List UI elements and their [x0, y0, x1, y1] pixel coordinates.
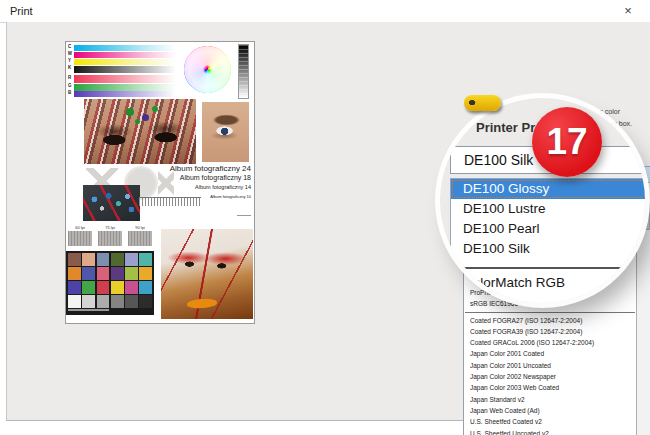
- color-checker-patch: [111, 281, 124, 294]
- color-checker-patch: [82, 253, 95, 266]
- green-gradient-bar: [74, 84, 176, 91]
- color-checker-patch: [139, 295, 152, 308]
- channel-label-g: G: [68, 83, 72, 88]
- resolution-tick-marks: [123, 210, 215, 219]
- orange-lips: [187, 298, 218, 309]
- profile-option[interactable]: Japan Color 2002 Newspaper: [465, 371, 635, 382]
- color-checker-patch: [68, 267, 81, 280]
- title-bar: [0, 0, 650, 23]
- album-text-line: Album fotograficzny 18: [131, 174, 251, 181]
- color-checker-patch: [97, 253, 110, 266]
- color-checker-patch: [82, 295, 95, 308]
- color-checker-patch: [68, 295, 81, 308]
- channel-label-b: B: [68, 90, 71, 95]
- color-checker-patch: [68, 253, 81, 266]
- lpi-patch-block: 60 lpi: [68, 225, 92, 249]
- color-checker-patch: [111, 295, 124, 308]
- photo-makeup-face: [161, 229, 253, 319]
- profile-option[interactable]: Japan Color 2001 Coated: [465, 348, 635, 359]
- cmyk-profile-options: Coated FOGRA27 (ISO 12647-2:2004)Coated …: [465, 315, 635, 435]
- profile-option[interactable]: Japan Color 2001 Uncoated: [465, 360, 635, 371]
- color-checker-patch: [97, 267, 110, 280]
- magenta-gradient-bar: [74, 52, 176, 58]
- profile-option-magnified[interactable]: DE100 Glossy: [451, 179, 645, 199]
- color-checker-chart: [66, 251, 154, 315]
- color-checker-patch: [139, 253, 152, 266]
- profile-options-lower: ProPhoto RGBsRGB IEC61966-2.1 Coated FOG…: [465, 287, 635, 435]
- resolution-test-lines: [139, 197, 201, 206]
- profile-option[interactable]: Coated FOGRA27 (ISO 12647-2:2004): [465, 315, 635, 326]
- red-gradient-bar: [74, 75, 176, 83]
- grayscale-strip: [238, 44, 249, 99]
- profile-option[interactable]: Japan Color 2003 Web Coated: [465, 382, 635, 393]
- lpi-patch-block: 75 lpi: [98, 225, 122, 249]
- yellow-highlight-marker: [464, 95, 501, 111]
- color-checker-patch: [139, 281, 152, 294]
- color-checker-patch: [139, 267, 152, 280]
- blue-gradient-bar: [74, 91, 176, 97]
- channel-label-k: K: [68, 65, 71, 70]
- profile-option[interactable]: Coated FOGRA39 (ISO 12647-2:2004): [465, 326, 635, 337]
- album-text-line: Album fotograficzny 24: [131, 164, 251, 173]
- channel-label-y: Y: [68, 58, 71, 63]
- profile-option[interactable]: Japan Web Coated (Ad): [465, 405, 635, 416]
- channel-label-c: C: [68, 44, 71, 49]
- color-checker-patch: [97, 295, 110, 308]
- profile-option-magnified[interactable]: DE100 Lustre: [451, 199, 645, 219]
- profile-option[interactable]: Japan Standard v2: [465, 394, 635, 405]
- channel-label-r: R: [68, 75, 71, 80]
- close-icon[interactable]: ×: [616, 2, 640, 20]
- color-wheel-test-pattern: [184, 46, 231, 93]
- color-checker-patch: [111, 253, 124, 266]
- magnified-option-rows: DE100 GlossyDE100 LustreDE100 PearlDE100…: [451, 179, 645, 259]
- profile-option-magnified[interactable]: DE100 Silk: [451, 239, 645, 259]
- green-gem: [152, 106, 158, 112]
- profile-option[interactable]: Coated GRACoL 2006 (ISO 12647-2:2004): [465, 337, 635, 348]
- halftone-patch: [68, 231, 92, 246]
- lpi-patch-block: 90 lpi: [128, 225, 152, 249]
- lpi-halftone-patches: 60 lpi75 lpi90 lpi: [68, 225, 160, 249]
- album-text-line: Album fotograficzny 14: [131, 184, 251, 190]
- black-gradient-bar: [74, 66, 176, 73]
- color-checker-patch: [111, 267, 124, 280]
- color-checker-patch: [82, 281, 95, 294]
- yellow-gradient-bar: [74, 59, 176, 66]
- color-checker-patch: [125, 267, 138, 280]
- green-gem: [126, 108, 134, 116]
- color-checker-patch: [82, 267, 95, 280]
- green-gem: [135, 119, 140, 124]
- step-number-badge: 17: [532, 107, 602, 177]
- photo-jeweled-eyes: [84, 99, 196, 164]
- purple-gem: [142, 114, 149, 121]
- color-checker-patch: [68, 281, 81, 294]
- list-separator: [465, 312, 635, 313]
- halftone-patch: [98, 231, 122, 246]
- profile-option[interactable]: U.S. Sheetfed Uncoated v2: [465, 428, 635, 435]
- profile-option-magnified[interactable]: DE100 Pearl: [451, 219, 645, 239]
- window-title: Print: [10, 5, 33, 17]
- color-checker-patch: [125, 281, 138, 294]
- color-checker-patch: [125, 295, 138, 308]
- channel-label-m: M: [68, 51, 72, 56]
- halftone-patch: [128, 231, 152, 246]
- color-checker-patch: [97, 281, 110, 294]
- photo-eye-closeup: [202, 102, 249, 162]
- profile-option[interactable]: U.S. Sheetfed Coated v2: [465, 416, 635, 427]
- cyan-gradient-bar: [74, 45, 176, 51]
- color-checker-patch: [125, 253, 138, 266]
- print-preview: C M Y K R G B Album fotograficzny 24Albu…: [65, 41, 255, 324]
